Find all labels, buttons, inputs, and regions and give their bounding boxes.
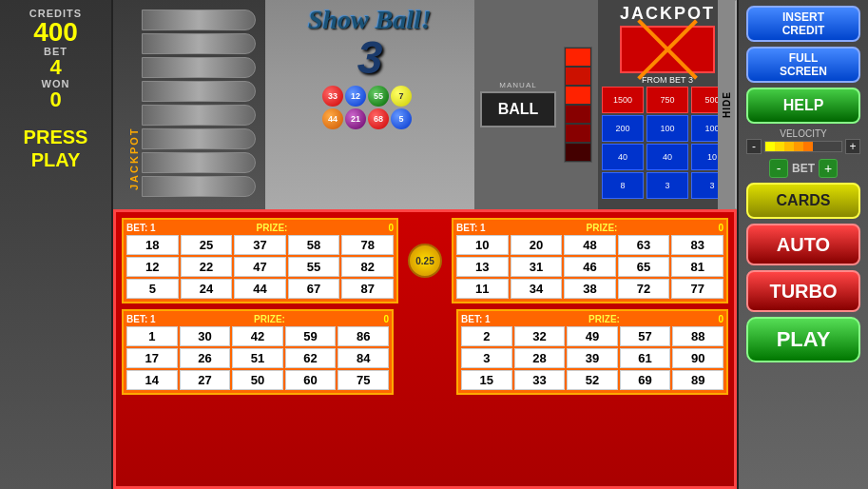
cell: 27 xyxy=(180,370,231,390)
cell: 18 xyxy=(126,235,179,255)
cell: 20 xyxy=(511,235,563,255)
insert-credit-button[interactable]: INSERT CREDIT xyxy=(746,6,860,42)
press-play-text: PRESSPLAY xyxy=(24,126,88,171)
card-4-bet-label: BET: 1 xyxy=(461,314,491,324)
jackpot-card: 8 xyxy=(602,172,644,199)
card-3-prize-label: PRIZE: xyxy=(254,314,285,324)
card-1-prize-value: 0 xyxy=(388,223,394,233)
velocity-increase-button[interactable]: + xyxy=(845,139,860,154)
ball-item: 5 xyxy=(391,108,412,129)
tube-area: JACKPOT xyxy=(113,0,265,209)
card-3-prize-value: 0 xyxy=(383,314,389,324)
slot-panel xyxy=(564,47,592,163)
balls-container: 33 12 55 7 44 21 68 5 xyxy=(318,81,422,134)
cell: 39 xyxy=(567,348,618,368)
bingo-card-2[interactable]: BET: 1 PRIZE: 0 10 20 48 63 83 13 31 46 … xyxy=(452,218,728,303)
card-1-prize-label: PRIZE: xyxy=(257,223,288,233)
cell: 55 xyxy=(288,257,340,277)
credits-value: 400 xyxy=(33,19,78,46)
bingo-card-1[interactable]: BET: 1 PRIZE: 0 18 25 37 58 78 12 22 47 … xyxy=(122,218,398,303)
bet-value: 4 xyxy=(49,57,61,78)
ball-item: 68 xyxy=(368,108,389,129)
cell: 57 xyxy=(620,326,671,346)
cell: 83 xyxy=(671,235,723,255)
cell: 46 xyxy=(564,257,616,277)
ball-item: 55 xyxy=(368,86,389,107)
cell: 15 xyxy=(461,370,512,390)
full-screen-button[interactable]: FULL SCREEN xyxy=(746,47,860,83)
bingo-card-4[interactable]: BET: 1 PRIZE: 0 2 32 49 57 88 3 28 39 61 xyxy=(456,309,728,395)
jackpot-card: 40 xyxy=(646,144,688,170)
turbo-button[interactable]: TURBO xyxy=(746,270,860,312)
cell: 86 xyxy=(338,326,389,346)
cell: 61 xyxy=(620,348,671,368)
cell: 31 xyxy=(511,257,563,277)
cell: 69 xyxy=(620,370,671,390)
bingo-card-3[interactable]: BET: 1 PRIZE: 0 1 30 42 59 86 17 26 51 6… xyxy=(122,309,394,395)
cell: 58 xyxy=(288,235,340,255)
bet-increase-button[interactable]: + xyxy=(819,159,838,178)
card-4-prize-label: PRIZE: xyxy=(588,314,620,324)
manual-label: MANUAL xyxy=(499,81,536,89)
bet-section: - BET + xyxy=(746,159,860,178)
cell: 28 xyxy=(514,348,566,368)
card-2-bet-label: BET: 1 xyxy=(456,223,486,233)
cell: 63 xyxy=(618,235,670,255)
cell: 65 xyxy=(618,257,670,277)
cell: 50 xyxy=(232,370,283,390)
card-4-header: BET: 1 PRIZE: 0 xyxy=(461,314,723,324)
cell: 3 xyxy=(461,348,512,368)
cell: 2 xyxy=(461,326,512,346)
jackpot-side-label: JACKPOT xyxy=(128,38,140,190)
cell: 38 xyxy=(564,279,616,299)
cell: 51 xyxy=(232,348,283,368)
help-button[interactable]: HELP xyxy=(746,88,860,124)
jackpot-card: 100 xyxy=(646,115,688,142)
cell: 62 xyxy=(285,348,337,368)
card-1-bet-label: BET: 1 xyxy=(126,223,156,233)
jackpot-card: 200 xyxy=(602,115,644,142)
velocity-bar-wrap: - + xyxy=(746,139,860,154)
velocity-decrease-button[interactable]: - xyxy=(746,139,762,154)
right-panel: INSERT CREDIT FULL SCREEN HELP VELOCITY … xyxy=(737,0,868,489)
cell: 88 xyxy=(672,326,723,346)
cell: 5 xyxy=(126,279,179,299)
cell: 42 xyxy=(232,326,283,346)
velocity-bar xyxy=(764,141,842,152)
cards-button[interactable]: CARDS xyxy=(746,183,860,219)
cell: 13 xyxy=(456,257,509,277)
ball-item: 7 xyxy=(391,86,412,107)
card-1-header: BET: 1 PRIZE: 0 xyxy=(126,223,394,233)
cards-area: BET: 1 PRIZE: 0 18 25 37 58 78 12 22 47 … xyxy=(113,209,737,489)
from-bet-label: FROM BET 3 xyxy=(602,75,733,85)
cell: 24 xyxy=(181,279,233,299)
auto-button[interactable]: AUTO xyxy=(746,224,860,265)
cell: 12 xyxy=(126,257,179,277)
cell: 10 xyxy=(456,235,509,255)
cell: 59 xyxy=(285,326,337,346)
jackpot-title: JACKPOT xyxy=(602,4,733,24)
cell: 81 xyxy=(671,257,723,277)
ball-item: 44 xyxy=(322,108,343,129)
hide-button[interactable]: HIDE xyxy=(718,0,737,209)
title-area: Show Ball! 3 33 12 55 7 44 21 68 5 xyxy=(265,0,474,209)
cell: 26 xyxy=(180,348,231,368)
cell: 30 xyxy=(180,326,231,346)
cell: 89 xyxy=(672,370,723,390)
cell: 72 xyxy=(618,279,670,299)
card-2-prize-label: PRIZE: xyxy=(587,223,618,233)
card-3-bet-label: BET: 1 xyxy=(126,314,156,324)
jackpot-card: 1500 xyxy=(602,87,644,113)
bet-decrease-button[interactable]: - xyxy=(769,159,788,178)
cell: 90 xyxy=(672,348,723,368)
cell: 78 xyxy=(341,235,394,255)
cell: 37 xyxy=(234,235,286,255)
ball-item: 21 xyxy=(345,108,366,129)
jackpot-cross xyxy=(620,26,715,73)
cell: 25 xyxy=(181,235,233,255)
velocity-section: VELOCITY - + xyxy=(746,128,860,154)
bet-button-label: BET xyxy=(792,162,815,175)
cell: 22 xyxy=(181,257,233,277)
cell: 33 xyxy=(514,370,566,390)
play-button[interactable]: PLAY xyxy=(746,317,860,362)
